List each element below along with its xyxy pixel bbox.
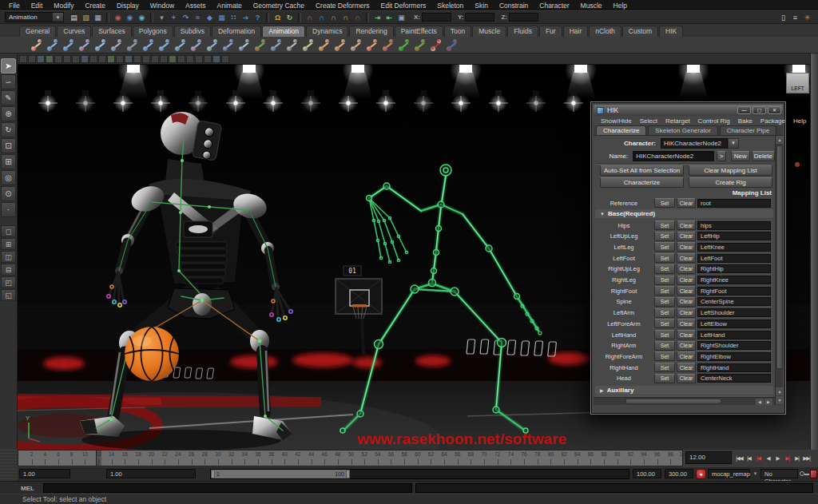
range-slider-bar[interactable]: 1 100 xyxy=(211,470,350,478)
set-button[interactable]: Set xyxy=(654,319,675,328)
shelf-tab-hik[interactable]: HIK xyxy=(659,26,683,37)
go-to-end-button[interactable]: ▶▶| xyxy=(802,453,811,464)
shelf-blendshape-icon[interactable] xyxy=(398,38,411,52)
panel-toolbar-icon[interactable] xyxy=(37,55,45,63)
select-by-hierarchy-icon[interactable]: ◉ xyxy=(112,11,124,23)
channel-box-icon[interactable]: ≡ xyxy=(789,11,801,23)
panel-toolbar-icon[interactable] xyxy=(98,55,106,63)
panel-toolbar-icon[interactable] xyxy=(221,55,229,63)
mapping-value-field[interactable]: RightHand xyxy=(697,363,771,372)
mapping-value-field[interactable]: RightKnee xyxy=(697,276,771,284)
menu-constrain[interactable]: Constrain xyxy=(494,2,534,10)
clear-button[interactable]: Clear xyxy=(677,297,696,307)
menu-edit[interactable]: Edit xyxy=(26,2,49,10)
snap-to-points-icon[interactable]: ◆ xyxy=(204,11,216,23)
shelf-ik-sc-icon[interactable] xyxy=(206,38,220,52)
shelf-tab-ncloth[interactable]: nCloth xyxy=(589,26,621,37)
set-button[interactable]: Set xyxy=(654,286,675,296)
menu-edit-deformers[interactable]: Edit Deformers xyxy=(375,2,432,10)
range-end-handle[interactable] xyxy=(346,470,350,478)
mapping-value-field[interactable]: RightFoot xyxy=(697,287,771,296)
clear-button[interactable]: Clear xyxy=(677,319,696,328)
panel-toolbar-icon[interactable] xyxy=(107,55,115,63)
snap-to-planes-icon[interactable]: ∷ xyxy=(228,11,240,23)
shelf-rigid-bind-icon[interactable] xyxy=(334,38,347,52)
scale-tool[interactable]: ⊡ xyxy=(1,138,16,153)
character-dropdown[interactable]: HIKCharacterNode2 xyxy=(661,138,728,149)
hik-menu-control-rig[interactable]: Control Rig xyxy=(694,117,734,125)
shelf-ik-handle-icon[interactable] xyxy=(142,38,156,52)
set-button[interactable]: Set xyxy=(654,232,675,241)
snap-magnet-surface-icon[interactable]: ∩ xyxy=(351,11,363,23)
shelf-tab-polygons[interactable]: Polygons xyxy=(133,26,173,37)
mapping-value-field[interactable]: hips xyxy=(697,221,771,230)
set-button[interactable]: Set xyxy=(654,242,675,252)
shelf-tab-rendering[interactable]: Rendering xyxy=(349,26,393,37)
panel-toolbar-icon[interactable] xyxy=(133,55,141,63)
panel-toolbar-icon[interactable] xyxy=(142,55,150,63)
hik-menu-package[interactable]: Package xyxy=(756,117,789,125)
clear-button[interactable]: Clear xyxy=(677,308,696,318)
mapping-value-field[interactable]: LeftHip xyxy=(697,232,771,240)
playback-start-field[interactable]: 1.00 xyxy=(106,469,196,478)
shelf-tab-muscle[interactable]: Muscle xyxy=(472,26,506,37)
name-expand-button[interactable]: > xyxy=(717,151,726,161)
output-connections-icon[interactable]: ⇤ xyxy=(383,11,395,23)
delete-character-button[interactable]: Delete xyxy=(752,151,775,161)
construction-history-icon[interactable]: ↻ xyxy=(284,11,296,23)
play-forwards-button[interactable]: ▶ xyxy=(773,453,782,464)
menu-muscle[interactable]: Muscle xyxy=(575,2,608,10)
panel-toolbar-icon[interactable] xyxy=(169,55,177,63)
menu-create[interactable]: Create xyxy=(79,2,111,10)
shelf-locator-icon[interactable] xyxy=(222,38,236,52)
current-frame-indicator[interactable] xyxy=(96,450,101,466)
auto-set-all-button[interactable]: Auto-Set All from Selection xyxy=(600,165,684,176)
menu-set-dropdown[interactable]: Animation ▼ xyxy=(5,12,64,22)
close-button[interactable]: ✕ xyxy=(768,106,781,114)
shelf-paint-brush-icon[interactable] xyxy=(382,38,395,52)
set-button[interactable]: Set xyxy=(654,351,675,361)
shelf-joint-chain-icon[interactable] xyxy=(62,38,76,52)
shelf-joint-tool-icon[interactable] xyxy=(174,38,188,52)
clear-button[interactable]: Clear xyxy=(677,341,696,351)
mapping-value-field[interactable]: CenterNeck xyxy=(697,374,771,383)
step-back-frame-button[interactable]: |◀ xyxy=(745,453,753,464)
panel-toolbar-icon[interactable] xyxy=(177,55,185,63)
z-coordinate-field[interactable] xyxy=(509,13,538,22)
select-by-component-icon[interactable]: ◉ xyxy=(136,11,148,23)
play-backwards-button[interactable]: ◀ xyxy=(764,453,772,464)
tool-settings-icon[interactable]: ✳ xyxy=(801,11,813,23)
basketball[interactable] xyxy=(125,327,179,381)
snap-chevron-icon[interactable]: ▾ xyxy=(156,11,168,23)
shelf-mirror-joint-icon[interactable] xyxy=(94,38,108,52)
clear-button[interactable]: Clear xyxy=(677,253,696,263)
shelf-tab-custom[interactable]: Custom xyxy=(622,26,658,37)
scroll-down-icon[interactable]: ▼ xyxy=(776,396,784,404)
hik-vertical-scrollbar[interactable]: ▲ ▲ ▼ xyxy=(775,136,783,405)
clipboard-icon[interactable]: ▯ xyxy=(777,11,789,23)
mapping-value-field[interactable]: LeftShoulder xyxy=(697,308,771,317)
set-button[interactable]: Set xyxy=(654,297,675,307)
clear-button[interactable]: Clear xyxy=(677,198,696,208)
hik-tab-character-pipe[interactable]: Character Pipe xyxy=(720,125,776,135)
mapping-value-field[interactable]: RightElbow xyxy=(697,352,771,361)
clear-button[interactable]: Clear xyxy=(677,374,696,383)
hik-menu-show-hide[interactable]: Show/Hide xyxy=(597,117,636,125)
new-character-button[interactable]: New xyxy=(731,151,750,161)
set-button[interactable]: Set xyxy=(654,264,675,274)
universal-manipulator-tool[interactable]: ⊞ xyxy=(1,154,16,169)
set-button[interactable]: Set xyxy=(654,341,675,351)
chevron-down-icon[interactable]: ▼ xyxy=(752,470,759,478)
move-snap-icon[interactable]: + xyxy=(168,11,180,23)
shelf-smooth-bind-icon[interactable] xyxy=(318,38,332,52)
mapping-value-field[interactable]: LeftFoot xyxy=(697,254,771,263)
hik-titlebar[interactable]: HIK — ▢ ✕ xyxy=(594,105,783,116)
shelf-paint-weights-icon[interactable] xyxy=(350,38,363,52)
shelf-tab-subdivs[interactable]: Subdivs xyxy=(174,26,211,37)
last-tool-slot[interactable]: · xyxy=(1,202,16,217)
select-by-object-icon[interactable]: ◉ xyxy=(124,11,136,23)
name-field[interactable]: HIKCharacterNode2 xyxy=(633,151,714,161)
clear-button[interactable]: Clear xyxy=(677,220,696,230)
panel-toolbar-icon[interactable] xyxy=(204,55,212,63)
layout-split-horizontal-button[interactable]: ⊟ xyxy=(1,264,16,276)
